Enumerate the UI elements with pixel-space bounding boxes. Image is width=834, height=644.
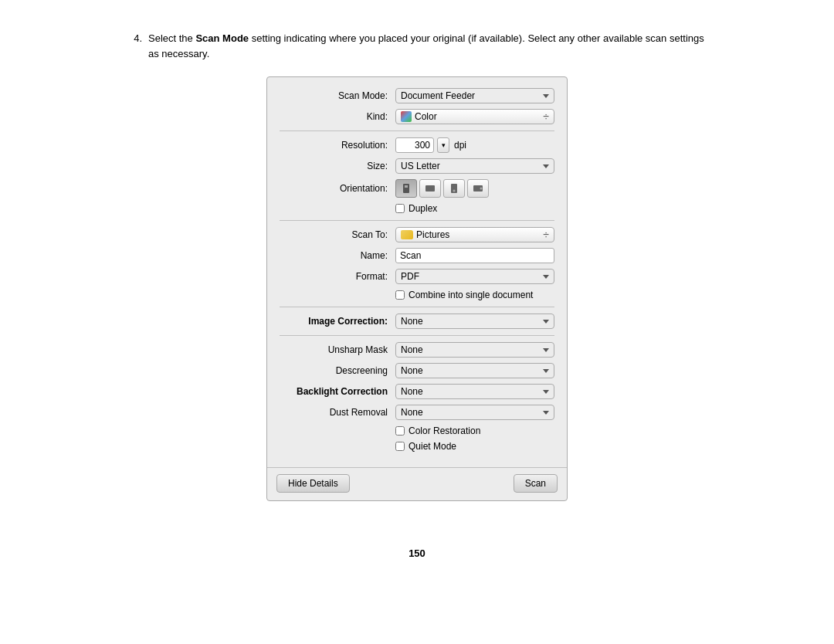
orientation-portrait-flip-btn[interactable]	[443, 179, 465, 198]
color-restoration-row: Color Restoration	[395, 425, 554, 436]
svg-point-6	[480, 188, 483, 190]
step-instruction: 4. Select the Scan Mode setting indicati…	[124, 31, 710, 61]
size-label: Size:	[280, 161, 388, 171]
folder-icon	[401, 230, 413, 239]
orientation-landscape-flip-btn[interactable]	[467, 179, 489, 198]
image-correction-label: Image Correction:	[280, 316, 388, 327]
name-control[interactable]	[395, 248, 554, 263]
dust-removal-label: Dust Removal	[280, 407, 388, 418]
format-row: Format: PDF JPEG TIFF PNG	[280, 269, 554, 284]
color-restoration-checkbox[interactable]	[395, 426, 405, 436]
scan-to-control[interactable]: Pictures	[395, 227, 554, 242]
descreening-select[interactable]: None Low Medium High	[395, 363, 554, 378]
svg-rect-1	[405, 185, 408, 188]
hide-details-button[interactable]: Hide Details	[276, 474, 350, 493]
backlight-correction-select[interactable]: None Low Medium High	[395, 384, 554, 399]
quiet-mode-checkbox[interactable]	[395, 442, 405, 451]
scan-mode-bold: Scan Mode	[195, 32, 249, 44]
kind-control[interactable]: Color	[395, 109, 554, 124]
landscape-flip-icon	[473, 184, 483, 193]
scan-mode-control[interactable]: Document Feeder Flatbed	[395, 88, 554, 103]
unsharp-mask-label: Unsharp Mask	[280, 344, 388, 355]
unsharp-mask-row: Unsharp Mask None Low Medium High	[280, 342, 554, 358]
descreening-row: Descreening None Low Medium High	[280, 363, 554, 378]
descreening-label: Descreening	[280, 365, 388, 376]
unsharp-mask-select[interactable]: None Low Medium High	[395, 342, 554, 358]
orientation-row: Orientation:	[280, 179, 554, 198]
scan-to-label: Scan To:	[280, 229, 388, 240]
resolution-label: Resolution:	[280, 140, 388, 151]
kind-value: Color	[415, 111, 437, 122]
step-number: 4.	[124, 31, 142, 61]
orientation-buttons	[395, 179, 554, 198]
image-correction-select[interactable]: None Manual	[395, 314, 554, 329]
combine-label: Combine into single document	[409, 290, 533, 300]
duplex-row: Duplex	[395, 203, 554, 214]
size-select[interactable]: US Letter US Legal A4	[395, 158, 554, 174]
kind-select[interactable]: Color	[395, 109, 554, 124]
unsharp-mask-control[interactable]: None Low Medium High	[395, 342, 554, 358]
scan-to-row: Scan To: Pictures	[280, 227, 554, 242]
page-number: 150	[409, 547, 425, 559]
svg-rect-2	[425, 185, 435, 192]
duplex-checkbox[interactable]	[395, 204, 405, 213]
name-row: Name:	[280, 248, 554, 263]
resolution-stepper[interactable]: ▾	[437, 137, 449, 153]
svg-point-4	[453, 190, 456, 192]
svg-rect-0	[403, 184, 409, 193]
scan-button[interactable]: Scan	[514, 474, 558, 493]
dpi-label: dpi	[454, 140, 466, 151]
dust-removal-row: Dust Removal None Low Medium High	[280, 405, 554, 420]
quiet-mode-label: Quiet Mode	[409, 441, 456, 452]
divider-2	[280, 220, 554, 221]
dust-removal-select[interactable]: None Low Medium High	[395, 405, 554, 420]
divider-4	[280, 335, 554, 336]
size-control[interactable]: US Letter US Legal A4	[395, 158, 554, 174]
step-description: Select the Scan Mode setting indicating …	[148, 31, 710, 61]
backlight-correction-control[interactable]: None Low Medium High	[395, 384, 554, 399]
dialog-body: Scan Mode: Document Feeder Flatbed Kind:…	[267, 77, 567, 464]
combine-row: Combine into single document	[395, 290, 554, 300]
scan-dialog: Scan Mode: Document Feeder Flatbed Kind:…	[266, 76, 568, 501]
divider-1	[280, 130, 554, 131]
dialog-footer: Hide Details Scan	[267, 467, 567, 500]
name-label: Name:	[280, 250, 388, 261]
color-restoration-label: Color Restoration	[409, 425, 480, 436]
format-select[interactable]: PDF JPEG TIFF PNG	[395, 269, 554, 284]
scan-mode-select[interactable]: Document Feeder Flatbed	[395, 88, 554, 103]
landscape-icon	[425, 184, 436, 193]
orientation-control	[395, 179, 554, 198]
image-correction-row: Image Correction: None Manual	[280, 314, 554, 329]
orientation-landscape-btn[interactable]	[419, 179, 441, 198]
size-row: Size: US Letter US Legal A4	[280, 158, 554, 174]
name-input[interactable]	[395, 248, 554, 263]
scan-mode-label: Scan Mode:	[280, 90, 388, 101]
dust-removal-control[interactable]: None Low Medium High	[395, 405, 554, 420]
scan-mode-row: Scan Mode: Document Feeder Flatbed	[280, 88, 554, 103]
divider-3	[280, 307, 554, 307]
resolution-input[interactable]	[395, 137, 434, 153]
resolution-control: ▾ dpi	[395, 137, 554, 153]
portrait-flip-icon	[449, 183, 459, 194]
scan-to-value: Pictures	[416, 229, 449, 240]
kind-row: Kind: Color	[280, 109, 554, 124]
duplex-label: Duplex	[409, 203, 437, 214]
combine-checkbox[interactable]	[395, 290, 405, 300]
scan-to-select[interactable]: Pictures	[395, 227, 554, 242]
backlight-correction-label: Backlight Correction	[280, 386, 388, 397]
kind-label: Kind:	[280, 111, 388, 122]
portrait-icon	[402, 183, 411, 194]
quiet-mode-row: Quiet Mode	[395, 441, 554, 452]
kind-color-icon	[401, 111, 412, 122]
backlight-correction-row: Backlight Correction None Low Medium Hig…	[280, 384, 554, 399]
resolution-row: Resolution: ▾ dpi	[280, 137, 554, 153]
format-control[interactable]: PDF JPEG TIFF PNG	[395, 269, 554, 284]
descreening-control[interactable]: None Low Medium High	[395, 363, 554, 378]
image-correction-control[interactable]: None Manual	[395, 314, 554, 329]
orientation-portrait-btn[interactable]	[395, 179, 417, 198]
format-label: Format:	[280, 271, 388, 282]
orientation-label: Orientation:	[280, 183, 388, 194]
